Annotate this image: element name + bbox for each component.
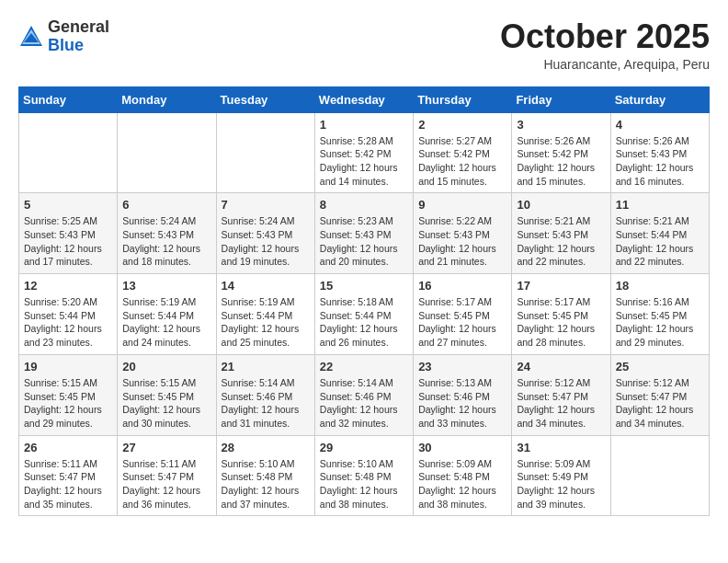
- day-number: 30: [418, 441, 506, 454]
- calendar-cell: [19, 112, 118, 193]
- day-number: 23: [418, 360, 506, 373]
- calendar-cell: 9Sunrise: 5:22 AM Sunset: 5:43 PM Daylig…: [414, 193, 512, 274]
- calendar-cell: 23Sunrise: 5:13 AM Sunset: 5:46 PM Dayli…: [414, 354, 512, 435]
- calendar-cell: 7Sunrise: 5:24 AM Sunset: 5:43 PM Daylig…: [216, 193, 314, 274]
- day-number: 4: [616, 118, 704, 132]
- calendar-cell: 19Sunrise: 5:15 AM Sunset: 5:45 PM Dayli…: [19, 354, 118, 435]
- calendar-week-3: 12Sunrise: 5:20 AM Sunset: 5:44 PM Dayli…: [19, 274, 710, 355]
- day-info: Sunrise: 5:19 AM Sunset: 5:44 PM Dayligh…: [122, 295, 210, 350]
- title-block: October 2025 Huarancante, Arequipa, Peru: [500, 18, 710, 72]
- logo-general-text: General: [48, 17, 109, 36]
- day-info: Sunrise: 5:24 AM Sunset: 5:43 PM Dayligh…: [122, 214, 210, 269]
- column-header-thursday: Thursday: [414, 86, 512, 112]
- calendar-cell: 16Sunrise: 5:17 AM Sunset: 5:45 PM Dayli…: [414, 274, 512, 355]
- day-number: 8: [320, 198, 408, 212]
- calendar-cell: 17Sunrise: 5:17 AM Sunset: 5:45 PM Dayli…: [512, 274, 610, 355]
- calendar-table: SundayMondayTuesdayWednesdayThursdayFrid…: [18, 86, 710, 517]
- calendar-week-4: 19Sunrise: 5:15 AM Sunset: 5:45 PM Dayli…: [19, 354, 710, 435]
- day-number: 20: [122, 360, 210, 373]
- day-number: 11: [616, 198, 704, 212]
- calendar-cell: 30Sunrise: 5:09 AM Sunset: 5:48 PM Dayli…: [414, 435, 512, 516]
- day-info: Sunrise: 5:14 AM Sunset: 5:46 PM Dayligh…: [320, 376, 408, 431]
- day-number: 25: [616, 360, 704, 373]
- logo-text: General Blue: [48, 18, 109, 55]
- day-info: Sunrise: 5:13 AM Sunset: 5:46 PM Dayligh…: [418, 376, 506, 431]
- day-info: Sunrise: 5:23 AM Sunset: 5:43 PM Dayligh…: [320, 214, 408, 269]
- day-info: Sunrise: 5:26 AM Sunset: 5:42 PM Dayligh…: [517, 134, 605, 189]
- column-header-saturday: Saturday: [610, 86, 709, 112]
- calendar-header-row: SundayMondayTuesdayWednesdayThursdayFrid…: [19, 86, 710, 112]
- day-info: Sunrise: 5:14 AM Sunset: 5:46 PM Dayligh…: [222, 376, 310, 431]
- calendar-cell: 31Sunrise: 5:09 AM Sunset: 5:49 PM Dayli…: [512, 435, 610, 516]
- logo-blue-text: Blue: [48, 36, 84, 54]
- calendar-cell: 10Sunrise: 5:21 AM Sunset: 5:43 PM Dayli…: [512, 193, 610, 274]
- day-info: Sunrise: 5:12 AM Sunset: 5:47 PM Dayligh…: [517, 376, 605, 431]
- day-info: Sunrise: 5:09 AM Sunset: 5:48 PM Dayligh…: [418, 457, 506, 511]
- calendar-cell: [610, 435, 709, 516]
- day-number: 12: [24, 279, 112, 293]
- day-number: 27: [122, 441, 210, 454]
- day-info: Sunrise: 5:15 AM Sunset: 5:45 PM Dayligh…: [122, 376, 210, 431]
- day-number: 13: [122, 279, 210, 293]
- day-info: Sunrise: 5:10 AM Sunset: 5:48 PM Dayligh…: [222, 457, 310, 511]
- day-info: Sunrise: 5:12 AM Sunset: 5:47 PM Dayligh…: [616, 376, 704, 431]
- day-number: 14: [222, 279, 310, 293]
- day-number: 6: [122, 198, 210, 212]
- day-info: Sunrise: 5:09 AM Sunset: 5:49 PM Dayligh…: [517, 457, 605, 511]
- column-header-tuesday: Tuesday: [216, 86, 314, 112]
- day-number: 5: [24, 198, 112, 212]
- day-number: 24: [517, 360, 605, 373]
- day-info: Sunrise: 5:17 AM Sunset: 5:45 PM Dayligh…: [418, 295, 506, 350]
- day-number: 31: [517, 441, 605, 454]
- day-info: Sunrise: 5:28 AM Sunset: 5:42 PM Dayligh…: [320, 134, 408, 189]
- day-info: Sunrise: 5:15 AM Sunset: 5:45 PM Dayligh…: [24, 376, 112, 431]
- day-info: Sunrise: 5:22 AM Sunset: 5:43 PM Dayligh…: [418, 214, 506, 269]
- day-number: 2: [418, 118, 506, 132]
- day-number: 26: [24, 441, 112, 454]
- day-info: Sunrise: 5:10 AM Sunset: 5:48 PM Dayligh…: [320, 457, 408, 511]
- day-info: Sunrise: 5:26 AM Sunset: 5:43 PM Dayligh…: [616, 134, 704, 189]
- calendar-cell: 25Sunrise: 5:12 AM Sunset: 5:47 PM Dayli…: [610, 354, 709, 435]
- day-info: Sunrise: 5:21 AM Sunset: 5:44 PM Dayligh…: [616, 214, 704, 269]
- day-info: Sunrise: 5:21 AM Sunset: 5:43 PM Dayligh…: [517, 214, 605, 269]
- calendar-cell: 15Sunrise: 5:18 AM Sunset: 5:44 PM Dayli…: [314, 274, 413, 355]
- location-subtitle: Huarancante, Arequipa, Peru: [500, 57, 710, 72]
- day-number: 3: [517, 118, 605, 132]
- calendar-cell: 3Sunrise: 5:26 AM Sunset: 5:42 PM Daylig…: [512, 112, 610, 193]
- calendar-cell: 13Sunrise: 5:19 AM Sunset: 5:44 PM Dayli…: [118, 274, 216, 355]
- logo-icon: [18, 24, 44, 50]
- calendar-cell: 22Sunrise: 5:14 AM Sunset: 5:46 PM Dayli…: [314, 354, 413, 435]
- month-year-title: October 2025: [500, 18, 710, 55]
- day-info: Sunrise: 5:24 AM Sunset: 5:43 PM Dayligh…: [222, 214, 310, 269]
- calendar-cell: 14Sunrise: 5:19 AM Sunset: 5:44 PM Dayli…: [216, 274, 314, 355]
- calendar-cell: 20Sunrise: 5:15 AM Sunset: 5:45 PM Dayli…: [118, 354, 216, 435]
- calendar-week-2: 5Sunrise: 5:25 AM Sunset: 5:43 PM Daylig…: [19, 193, 710, 274]
- calendar-cell: 4Sunrise: 5:26 AM Sunset: 5:43 PM Daylig…: [610, 112, 709, 193]
- day-info: Sunrise: 5:16 AM Sunset: 5:45 PM Dayligh…: [616, 295, 704, 350]
- column-header-friday: Friday: [512, 86, 610, 112]
- calendar-cell: 5Sunrise: 5:25 AM Sunset: 5:43 PM Daylig…: [19, 193, 118, 274]
- day-number: 9: [418, 198, 506, 212]
- logo: General Blue: [18, 18, 109, 55]
- calendar-cell: 28Sunrise: 5:10 AM Sunset: 5:48 PM Dayli…: [216, 435, 314, 516]
- day-info: Sunrise: 5:18 AM Sunset: 5:44 PM Dayligh…: [320, 295, 408, 350]
- day-number: 16: [418, 279, 506, 293]
- day-number: 19: [24, 360, 112, 373]
- day-number: 1: [320, 118, 408, 132]
- calendar-cell: 2Sunrise: 5:27 AM Sunset: 5:42 PM Daylig…: [414, 112, 512, 193]
- column-header-sunday: Sunday: [19, 86, 118, 112]
- day-info: Sunrise: 5:11 AM Sunset: 5:47 PM Dayligh…: [24, 457, 112, 511]
- day-number: 18: [616, 279, 704, 293]
- calendar-week-5: 26Sunrise: 5:11 AM Sunset: 5:47 PM Dayli…: [19, 435, 710, 516]
- day-number: 7: [222, 198, 310, 212]
- day-info: Sunrise: 5:20 AM Sunset: 5:44 PM Dayligh…: [24, 295, 112, 350]
- day-info: Sunrise: 5:19 AM Sunset: 5:44 PM Dayligh…: [222, 295, 310, 350]
- day-number: 28: [222, 441, 310, 454]
- day-number: 17: [517, 279, 605, 293]
- calendar-cell: 11Sunrise: 5:21 AM Sunset: 5:44 PM Dayli…: [610, 193, 709, 274]
- day-number: 10: [517, 198, 605, 212]
- calendar-cell: 1Sunrise: 5:28 AM Sunset: 5:42 PM Daylig…: [314, 112, 413, 193]
- calendar-cell: [216, 112, 314, 193]
- day-info: Sunrise: 5:25 AM Sunset: 5:43 PM Dayligh…: [24, 214, 112, 269]
- day-info: Sunrise: 5:11 AM Sunset: 5:47 PM Dayligh…: [122, 457, 210, 511]
